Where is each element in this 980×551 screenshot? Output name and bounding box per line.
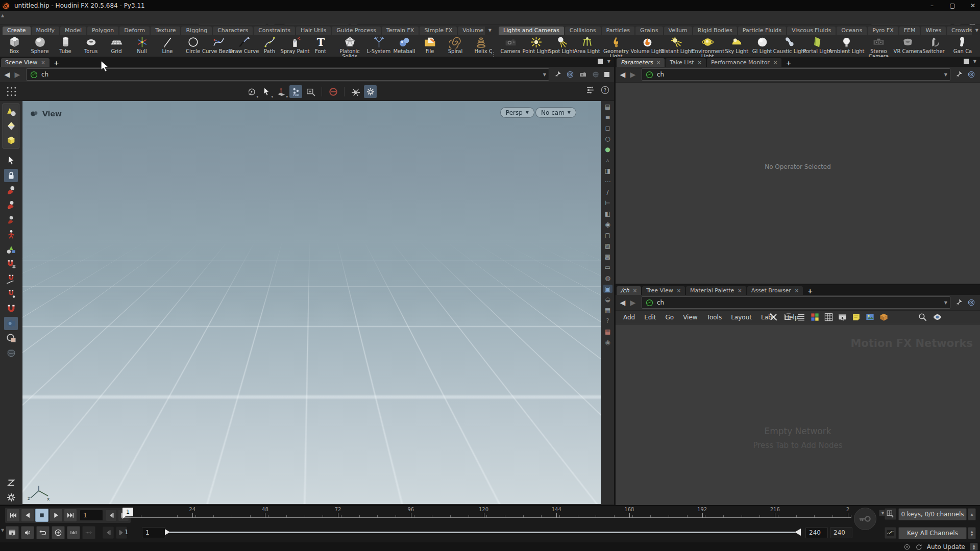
display-help-icon[interactable]: ? [603,317,612,325]
shelf-tab-create[interactable]: Create [3,27,31,35]
loop-mode-button[interactable] [36,526,50,539]
pose-character-icon[interactable] [4,228,18,241]
frame-range-slider[interactable] [169,532,795,533]
rotate-handle-icon[interactable] [4,198,18,212]
close-tab-icon[interactable]: × [41,60,45,65]
close-tab-icon[interactable]: × [697,60,701,65]
shelf-tool-l-system[interactable]: L-System [366,35,391,54]
link-icon[interactable] [967,70,975,79]
back-icon[interactable]: ◀ [618,69,627,80]
snap-point-icon[interactable] [4,287,18,300]
shelf-tab-crowds[interactable]: Crowds [947,27,972,35]
close-tab-icon[interactable]: × [656,60,660,65]
jump-first-frame-button[interactable] [7,509,20,522]
display-sphere-icon[interactable]: ◍ [603,274,612,282]
material-sphere-icon[interactable] [4,346,18,360]
shelf-tool-volume-light[interactable]: Volume Light [632,35,662,54]
eye-icon[interactable] [933,312,942,322]
shelf-tool-distant-light[interactable]: Distant Light [662,35,691,54]
display-camera-icon[interactable]: ◉ [603,220,612,229]
scoped-channels-icon[interactable] [885,527,896,539]
shelf-tab-polygon[interactable]: Polygon [87,27,118,35]
select-dynamics-icon[interactable] [4,134,18,147]
select-tool-button[interactable]: ▾ [260,85,273,98]
listicon-icon[interactable] [796,312,806,322]
parameters-path-field[interactable]: ch ▼ [642,68,950,81]
display-frame-icon[interactable]: ▢ [603,231,612,239]
key-all-spinner[interactable]: ▲▼ [968,527,976,539]
display-volume-icon[interactable]: ▨ [603,242,612,250]
network-tab-material-palette[interactable]: Material Palette× [686,286,746,295]
shelf-tab-characters[interactable]: Characters [213,27,253,35]
prev-key-button[interactable] [103,527,114,539]
snap-grid-icon[interactable] [4,258,18,271]
set-key-button[interactable] [854,508,876,530]
display-screen-icon[interactable]: ▤ [603,103,612,111]
display-measure-icon[interactable]: ⊢ [603,199,612,207]
shelf-tool-ambient-light[interactable]: Ambient Light [830,35,862,54]
shelf-overflow-icon[interactable]: ▼ [488,28,492,33]
forward-icon[interactable]: ▶ [628,297,638,308]
shelf-tool-path[interactable]: Path [257,35,282,54]
treeview-icon[interactable] [782,312,792,322]
network-path-field[interactable]: ch ▼ [642,296,950,309]
shelf-tool-font[interactable]: TFont [308,35,333,54]
shelf-tool-curve-bezier[interactable]: Curve Bezier [206,35,231,54]
add-tab-button[interactable]: + [784,59,793,67]
camera-button[interactable]: No cam▼ [535,107,576,118]
timeline-splitter-icon[interactable]: ▼ [1,528,4,533]
display-lock-icon[interactable]: ◻ [603,124,612,132]
shelf-tool-portal-light[interactable]: Portal Light [804,35,830,54]
range-end-field[interactable]: 240 [805,527,828,538]
previous-frame-button[interactable] [106,509,117,521]
imgicon-icon[interactable] [865,312,875,322]
shelf-tool-gi-light[interactable]: GI Light [749,35,775,54]
play-backward-button[interactable] [21,509,34,522]
display-dots-icon[interactable]: ⋯ [603,178,612,186]
display-points-icon[interactable]: ● [603,145,612,154]
shelf-tool-switcher[interactable]: Switcher [921,35,946,54]
shelf-tab-hair-utils[interactable]: Hair Utils [296,27,331,35]
frame-ruler[interactable]: 244872961201441681922162 [122,507,851,522]
path-dropdown-icon[interactable]: ▼ [944,300,947,305]
filter-icon[interactable] [585,85,595,95]
shelf-tab-deform[interactable]: Deform [119,27,150,35]
shelf-tool-area-light[interactable]: Area Light [574,35,600,54]
display-photo-icon[interactable]: ▦ [603,306,612,314]
gridcolor-icon[interactable] [810,312,820,322]
shelf-tab-rigging[interactable]: Rigging [181,27,212,35]
network-menu-go[interactable]: Go [660,312,678,322]
shelf-overflow-icon[interactable]: ▼ [975,28,978,33]
shelf-tool-environment-light[interactable]: Environment Light [691,35,724,57]
pane-menu-icon[interactable]: ▼ [607,59,610,64]
shelf-tool-tube[interactable]: Tube [53,35,78,54]
secure-selection-lock-icon[interactable] [4,169,18,182]
shelf-tool-gan-ca[interactable]: Gan Ca [946,35,979,54]
display-normals-icon[interactable]: ▵ [603,156,612,164]
display-snapshot-icon[interactable]: ◉ [603,338,612,346]
shelf-tool-torus[interactable]: Torus [78,35,104,54]
keyframe-options-icon[interactable] [885,508,896,520]
shelf-tab-constraints[interactable]: Constraints [254,27,295,35]
shelf-tab-texture[interactable]: Texture [151,27,180,35]
close-tab-icon[interactable]: × [633,288,637,293]
params-tab-parameters[interactable]: Parameters× [617,58,665,67]
shelf-tab-pyro-fx[interactable]: Pyro FX [868,27,898,35]
shelf-tool-line[interactable]: Line [155,35,180,54]
box-zoom-button[interactable] [304,85,317,98]
shelf-tab-volume[interactable]: Volume [458,27,485,35]
wrenchx-icon[interactable] [769,312,778,322]
network-editor[interactable]: Motion FX Networks Empty Network Press T… [616,330,980,505]
shelf-tool-geometry-light[interactable]: Geometry Light [600,35,632,57]
shelf-tab-collisions[interactable]: Collisions [565,27,601,35]
shelf-tab-terrain-fx[interactable]: Terrain FX [382,27,419,35]
shelf-tool-caustic-light[interactable]: Caustic Light [775,35,804,54]
shelf-tool-helix[interactable]: Helix [468,35,492,54]
network-menu-edit[interactable]: Edit [640,312,660,322]
shelf-tab-lights-and-cameras[interactable]: Lights and Cameras [499,27,564,35]
close-tab-icon[interactable]: × [677,288,681,293]
close-button[interactable]: ✕ [969,2,977,9]
mag-icon[interactable] [918,312,927,322]
select-objects-icon[interactable] [4,105,18,118]
shelf-tab-viscous-fluids[interactable]: Viscous Fluids [787,27,836,35]
